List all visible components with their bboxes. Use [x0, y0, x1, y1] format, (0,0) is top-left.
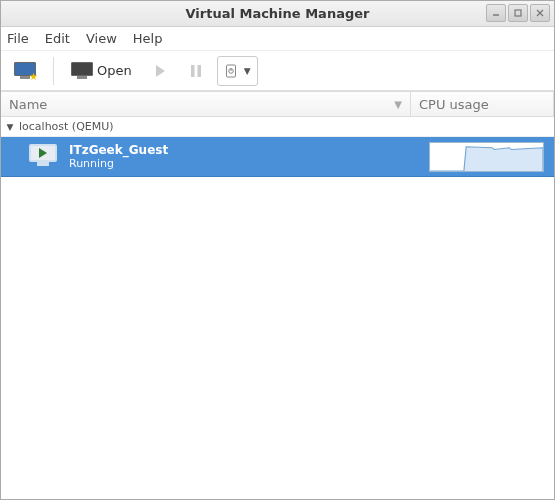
column-name-label: Name — [9, 97, 47, 112]
toolbar: ★ Open ▼ — [1, 51, 554, 91]
column-cpu-label: CPU usage — [419, 97, 489, 112]
vm-row[interactable]: ITzGeek_Guest Running — [1, 137, 554, 177]
svg-marker-4 — [156, 65, 165, 77]
vm-running-icon — [29, 144, 57, 168]
open-vm-button[interactable]: Open — [64, 56, 139, 86]
monitor-new-icon: ★ — [14, 62, 36, 80]
sort-indicator-icon: ▼ — [394, 99, 402, 110]
svg-rect-5 — [191, 65, 195, 77]
menu-edit[interactable]: Edit — [45, 31, 70, 46]
menubar: File Edit View Help — [1, 27, 554, 51]
menu-file[interactable]: File — [7, 31, 29, 46]
vm-list: ▼ localhost (QEMU) ITzGeek_Guest Running — [1, 117, 554, 500]
menu-view[interactable]: View — [86, 31, 117, 46]
toolbar-separator — [53, 57, 54, 85]
vm-status: Running — [69, 157, 168, 170]
vm-cpu-cell — [419, 137, 554, 176]
vm-name: ITzGeek_Guest — [69, 143, 168, 157]
column-name[interactable]: Name ▼ — [1, 92, 411, 116]
svg-rect-6 — [197, 65, 201, 77]
power-icon — [224, 64, 238, 78]
vm-text: ITzGeek_Guest Running — [69, 143, 168, 171]
pause-icon — [190, 64, 202, 78]
shutdown-menu-button[interactable]: ▼ — [217, 56, 258, 86]
monitor-open-icon — [71, 62, 93, 80]
maximize-button[interactable] — [508, 4, 528, 22]
titlebar: Virtual Machine Manager — [1, 1, 554, 27]
window-controls — [486, 4, 550, 22]
svg-rect-1 — [515, 10, 521, 16]
new-vm-button[interactable]: ★ — [7, 56, 43, 86]
vm-name-cell: ITzGeek_Guest Running — [1, 143, 419, 171]
run-button[interactable] — [145, 56, 175, 86]
play-icon — [154, 64, 166, 78]
window-title: Virtual Machine Manager — [1, 6, 554, 21]
menu-help[interactable]: Help — [133, 31, 163, 46]
host-label: localhost (QEMU) — [19, 120, 114, 133]
cpu-usage-graph — [429, 142, 544, 172]
chevron-down-icon: ▼ — [244, 66, 251, 76]
minimize-button[interactable] — [486, 4, 506, 22]
column-headers: Name ▼ CPU usage — [1, 91, 554, 117]
pause-button[interactable] — [181, 56, 211, 86]
expander-icon[interactable]: ▼ — [5, 122, 15, 132]
close-button[interactable] — [530, 4, 550, 22]
host-row[interactable]: ▼ localhost (QEMU) — [1, 117, 554, 137]
column-cpu[interactable]: CPU usage — [411, 92, 554, 116]
open-label: Open — [97, 63, 132, 78]
